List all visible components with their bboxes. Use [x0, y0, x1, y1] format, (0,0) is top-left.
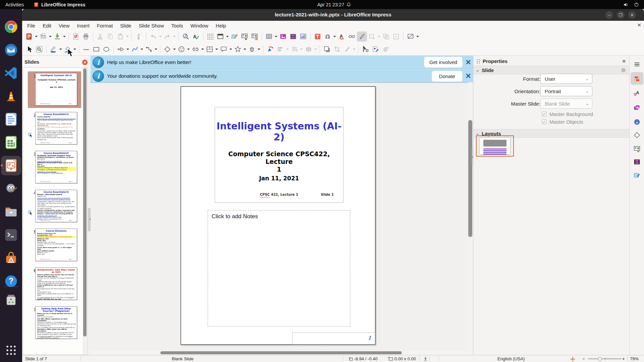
symbol-shapes-dropdown-arrow[interactable] — [186, 44, 191, 54]
3d-objects-icon[interactable] — [247, 44, 257, 54]
insert-textbox-icon[interactable] — [313, 32, 323, 42]
special-character-dropdown-arrow[interactable] — [333, 32, 337, 42]
presentation-minimizer-icon[interactable] — [406, 32, 416, 42]
close-button[interactable]: ✕ — [628, 11, 636, 19]
insert-image-icon[interactable] — [278, 32, 288, 42]
callouts-dropdown-arrow[interactable] — [229, 44, 233, 54]
dock-appgrid-icon[interactable] — [3, 343, 19, 358]
spelling-icon[interactable]: A — [191, 32, 201, 42]
points-icon[interactable] — [361, 44, 371, 54]
notification-close-icon[interactable]: ✕ — [465, 73, 472, 79]
symbol-shapes-icon[interactable] — [176, 44, 186, 54]
lines-arrows-icon[interactable] — [116, 44, 126, 54]
zoom-percent[interactable]: 79% — [630, 356, 639, 361]
filter-dropdown-arrow[interactable] — [352, 44, 356, 54]
activities-button[interactable]: Activities — [5, 0, 24, 9]
orientation-dropdown[interactable]: Portrait⌄ — [540, 86, 592, 96]
hyperlink-icon[interactable] — [347, 32, 357, 42]
zoom-slider-handle[interactable] — [598, 357, 602, 361]
redo-dropdown-arrow[interactable] — [172, 32, 176, 42]
presentation-minimizer-dropdown-arrow[interactable] — [416, 32, 420, 42]
rectangle-icon[interactable] — [91, 44, 101, 54]
master-slide-dropdown[interactable]: Blank Slide⌄ — [540, 99, 592, 109]
flowchart-icon[interactable] — [205, 44, 215, 54]
arrange-dropdown-arrow[interactable] — [300, 44, 304, 54]
sidebar-menu-icon[interactable] — [633, 60, 641, 68]
slides-scrollbar-thumb[interactable] — [83, 68, 87, 337]
minimize-button[interactable]: – — [605, 11, 613, 19]
line-color-dropdown-arrow[interactable] — [59, 44, 63, 54]
insert-line-icon[interactable] — [81, 44, 91, 54]
sidebar-shapes-icon[interactable] — [633, 131, 641, 139]
sidebar-gallery-icon[interactable] — [633, 104, 641, 112]
undo-icon[interactable] — [148, 32, 158, 42]
font-color-icon[interactable]: A — [337, 32, 347, 42]
start-current-slide-icon[interactable] — [250, 32, 260, 42]
rotate-icon[interactable] — [265, 44, 275, 54]
slide-thumbnail-3[interactable]: Course Essentials(2)Textbook: Selected C… — [35, 151, 77, 183]
menu-tools[interactable]: Tools — [168, 22, 187, 29]
gear-icon[interactable] — [621, 68, 626, 73]
dock-software-icon[interactable] — [3, 250, 19, 266]
sidebar-styles-icon[interactable]: A — [633, 89, 641, 97]
basic-shapes-icon[interactable] — [162, 44, 172, 54]
redo-icon[interactable] — [162, 32, 172, 42]
extrusion-icon[interactable] — [381, 44, 391, 54]
line-color-icon[interactable] — [49, 44, 59, 54]
paste-dropdown-arrow[interactable] — [125, 32, 129, 42]
save-status-icon[interactable] — [423, 356, 428, 361]
volume-icon[interactable] — [623, 0, 629, 9]
print-icon[interactable] — [81, 32, 91, 42]
restore-button[interactable]: ❐ — [617, 11, 625, 19]
arrange-icon[interactable] — [289, 44, 300, 54]
distribute-dropdown-arrow[interactable] — [314, 44, 318, 54]
menu-insert[interactable]: Insert — [73, 22, 93, 29]
format-dropdown[interactable]: User⌄ — [540, 74, 592, 84]
sidebar-animation-icon[interactable] — [633, 158, 641, 166]
dock-chrome-icon[interactable] — [3, 19, 19, 35]
master-objects-checkbox[interactable]: ✓Master Objects — [542, 119, 583, 125]
distribute-icon[interactable] — [304, 44, 314, 54]
menu-file[interactable]: File — [23, 22, 39, 29]
special-character-icon[interactable]: Ω — [323, 32, 333, 42]
lines-arrows-dropdown-arrow[interactable] — [126, 44, 130, 54]
crop-icon[interactable] — [332, 44, 342, 54]
curve-dropdown-arrow[interactable] — [140, 44, 144, 54]
helplines-icon[interactable] — [381, 32, 391, 42]
page-number-placeholder[interactable]: 1 — [292, 333, 376, 345]
flowchart-dropdown-arrow[interactable] — [215, 44, 219, 54]
get-involved-button[interactable]: Get involved — [424, 57, 462, 67]
menu-slide-show[interactable]: Slide Show — [135, 22, 168, 29]
slide-title-textbox[interactable]: Intelligent Systems (AI-2) Computer Scie… — [215, 107, 343, 203]
insert-table-dropdown-arrow[interactable] — [274, 32, 278, 42]
menu-edit[interactable]: Edit — [39, 22, 55, 29]
zoom-pan-icon[interactable] — [34, 44, 44, 54]
snap-guides-icon[interactable] — [367, 32, 377, 42]
dock-trash-icon[interactable] — [3, 292, 19, 308]
slides-panel-splitter[interactable] — [88, 208, 91, 231]
dock-impress-icon[interactable] — [3, 158, 19, 173]
dock-files-icon[interactable] — [3, 204, 19, 220]
slide-thumbnail-7[interactable]: Getting Help from Other Sources? (Plagia… — [35, 306, 77, 339]
stars-icon[interactable] — [233, 44, 243, 54]
glue-points-icon[interactable] — [371, 44, 381, 54]
focused-app-indicator[interactable]: LibreOffice Impress — [34, 0, 86, 9]
close-document-icon[interactable]: ✕ — [637, 22, 641, 28]
slide-thumbnail-6[interactable]: Assignments: Late Days (same as 322)Hand… — [35, 267, 77, 300]
vertical-scrollbar-thumb[interactable] — [468, 120, 472, 237]
connector-icon[interactable] — [144, 44, 154, 54]
align-dropdown-arrow[interactable] — [285, 44, 289, 54]
dock-vscode-icon[interactable] — [3, 65, 19, 81]
display-grid-icon[interactable] — [205, 32, 215, 42]
sidebar-master-slides-icon[interactable] — [633, 145, 641, 153]
properties-close-icon[interactable]: ✕ — [622, 58, 626, 64]
horizontal-scrollbar-thumb[interactable] — [160, 351, 402, 354]
sidebar-properties-icon[interactable] — [633, 75, 641, 83]
curve-icon[interactable] — [130, 44, 140, 54]
align-icon[interactable] — [275, 44, 285, 54]
dock-gimp-icon[interactable] — [3, 181, 19, 196]
menu-view[interactable]: View — [55, 22, 73, 29]
open-dropdown-arrow[interactable] — [48, 32, 52, 42]
cut-icon[interactable] — [95, 32, 105, 42]
connector-dropdown-arrow[interactable] — [154, 44, 158, 54]
